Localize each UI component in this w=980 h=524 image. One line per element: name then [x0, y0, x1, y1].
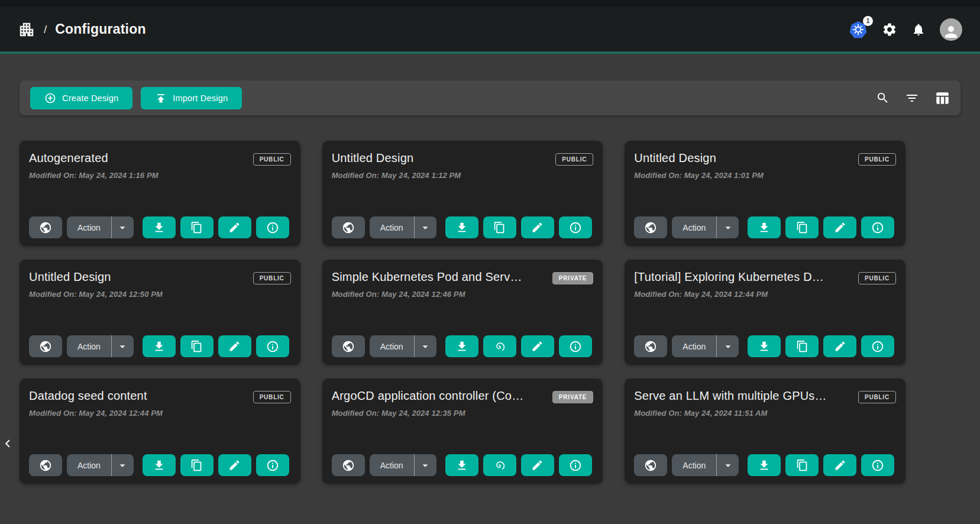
design-card: Untitled Design PUBLIC Modified On: May …	[322, 141, 603, 246]
info-button[interactable]	[256, 216, 289, 238]
visibility-globe-button[interactable]	[634, 335, 667, 357]
info-icon	[266, 340, 279, 353]
action-button[interactable]: Action	[67, 335, 111, 357]
edit-button[interactable]	[218, 454, 251, 476]
edit-button[interactable]	[823, 216, 856, 238]
visibility-globe-button[interactable]	[29, 216, 62, 238]
edit-button[interactable]	[823, 335, 856, 357]
info-button[interactable]	[861, 216, 894, 238]
clone-button[interactable]	[483, 216, 516, 238]
clone-button[interactable]	[483, 335, 516, 357]
download-button[interactable]	[748, 335, 781, 357]
globe-icon	[39, 340, 52, 353]
visibility-globe-button[interactable]	[332, 454, 365, 476]
card-actions: Action	[332, 216, 594, 238]
clone-button[interactable]	[180, 335, 214, 357]
download-button[interactable]	[143, 454, 176, 476]
action-dropdown-button[interactable]	[111, 216, 134, 238]
info-button[interactable]	[559, 216, 592, 238]
filter-icon	[905, 91, 919, 105]
clone-icon	[493, 221, 506, 234]
design-title: Datadog seed content	[29, 389, 147, 403]
kubernetes-context-button[interactable]: 1	[849, 20, 868, 39]
organization-building-icon[interactable]	[18, 21, 35, 38]
download-button[interactable]	[748, 216, 781, 238]
edit-button[interactable]	[521, 216, 554, 238]
clone-button[interactable]	[785, 335, 819, 357]
visibility-globe-button[interactable]	[332, 335, 365, 357]
action-dropdown-button[interactable]	[414, 335, 436, 357]
action-button[interactable]: Action	[67, 454, 111, 476]
design-title: Simple Kubernetes Pod and Serv…	[332, 270, 522, 284]
modified-timestamp: Modified On: May 24, 2024 1:12 PM	[332, 171, 594, 180]
action-button[interactable]: Action	[370, 335, 414, 357]
visibility-globe-button[interactable]	[29, 335, 62, 357]
visibility-globe-button[interactable]	[634, 216, 667, 238]
action-button[interactable]: Action	[672, 335, 716, 357]
info-button[interactable]	[559, 335, 592, 357]
action-split-button: Action	[672, 216, 739, 238]
info-button[interactable]	[559, 454, 592, 476]
action-button[interactable]: Action	[672, 216, 716, 238]
sidebar-collapse-handle[interactable]	[0, 435, 13, 452]
clone-button[interactable]	[180, 216, 214, 238]
edit-button[interactable]	[521, 454, 554, 476]
filter-button[interactable]	[905, 91, 919, 105]
notifications-button[interactable]	[911, 22, 926, 37]
card-actions: Action	[332, 335, 594, 357]
visibility-globe-button[interactable]	[634, 454, 667, 476]
info-button[interactable]	[256, 335, 289, 357]
clone-button[interactable]	[785, 216, 819, 238]
table-view-button[interactable]	[934, 90, 950, 106]
info-button[interactable]	[861, 454, 894, 476]
create-design-button[interactable]: Create Design	[30, 87, 132, 109]
chevron-down-icon	[116, 340, 129, 353]
chevron-down-icon	[116, 221, 129, 234]
edit-button[interactable]	[218, 216, 251, 238]
action-dropdown-button[interactable]	[414, 454, 436, 476]
visibility-badge: PUBLIC	[555, 153, 593, 166]
edit-button[interactable]	[823, 454, 856, 476]
visibility-globe-button[interactable]	[29, 454, 62, 476]
info-icon	[266, 221, 279, 234]
chevron-down-icon	[722, 340, 735, 353]
edit-button[interactable]	[521, 335, 554, 357]
import-design-button[interactable]: Import Design	[141, 87, 242, 109]
pencil-icon	[228, 221, 241, 234]
info-button[interactable]	[861, 335, 894, 357]
download-button[interactable]	[445, 454, 478, 476]
clone-button[interactable]	[483, 454, 516, 476]
download-button[interactable]	[445, 216, 478, 238]
action-button[interactable]: Action	[67, 216, 111, 238]
visibility-badge: PUBLIC	[858, 391, 896, 403]
clone-button[interactable]	[785, 454, 819, 476]
design-card: Simple Kubernetes Pod and Serv… PRIVATE …	[322, 260, 603, 365]
download-button[interactable]	[143, 216, 176, 238]
action-dropdown-button[interactable]	[716, 335, 739, 357]
action-dropdown-button[interactable]	[111, 335, 134, 357]
user-avatar[interactable]	[940, 18, 962, 41]
action-button[interactable]: Action	[370, 216, 414, 238]
action-button[interactable]: Action	[370, 454, 414, 476]
action-dropdown-button[interactable]	[414, 216, 436, 238]
card-header: Serve an LLM with multiple GPUs… PUBLIC	[634, 389, 896, 403]
card-actions: Action	[634, 216, 896, 238]
action-dropdown-button[interactable]	[716, 454, 739, 476]
download-button[interactable]	[143, 335, 176, 357]
settings-button[interactable]	[882, 22, 897, 37]
action-dropdown-button[interactable]	[716, 216, 739, 238]
edit-button[interactable]	[218, 335, 251, 357]
download-button[interactable]	[748, 454, 781, 476]
card-header: [Tutorial] Exploring Kubernetes D… PUBLI…	[634, 270, 896, 284]
card-actions: Action	[634, 335, 896, 357]
visibility-globe-button[interactable]	[332, 216, 365, 238]
pencil-icon	[228, 459, 241, 471]
globe-icon	[644, 340, 657, 353]
info-button[interactable]	[256, 454, 289, 476]
search-button[interactable]	[876, 91, 890, 105]
download-button[interactable]	[445, 335, 478, 357]
action-button[interactable]: Action	[672, 454, 716, 476]
card-header: Autogenerated PUBLIC	[29, 151, 291, 166]
clone-button[interactable]	[180, 454, 214, 476]
action-dropdown-button[interactable]	[111, 454, 134, 476]
